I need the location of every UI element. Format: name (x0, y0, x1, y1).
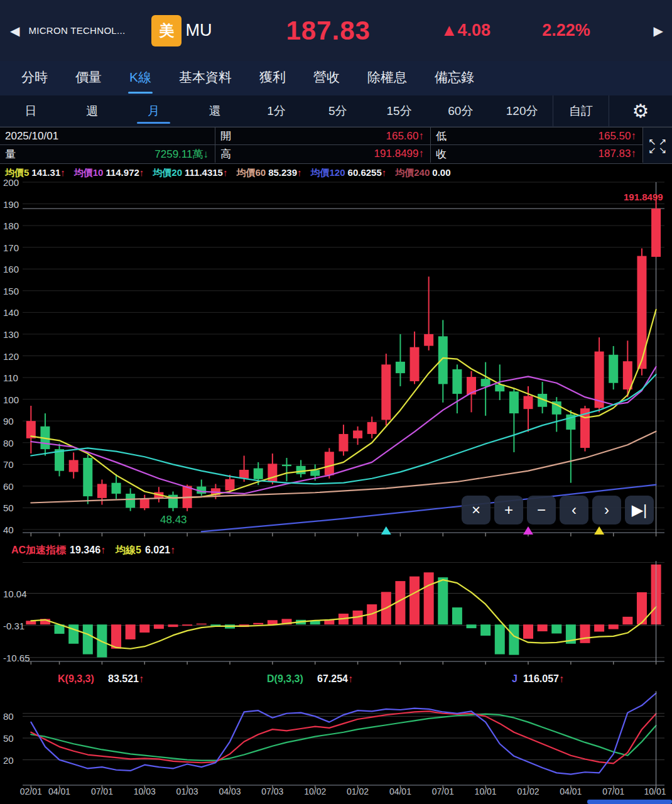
main-y-tick: 110 (3, 372, 18, 383)
close-button[interactable]: × (462, 496, 490, 524)
x-axis-label: 10/01 (644, 786, 666, 796)
ac-y-tick: -10.65 (3, 652, 30, 663)
main-y-tick: 180 (3, 220, 19, 231)
pan-right-button[interactable]: › (592, 496, 621, 524)
main-y-tick: 70 (3, 459, 14, 470)
ac-ma5-value: 6.021 (145, 545, 170, 556)
main-y-tick: 200 (3, 177, 19, 188)
x-axis-label: 10/03 (134, 786, 156, 796)
pan-left-button[interactable]: ‹ (560, 496, 588, 524)
yellow-triangle-marker (594, 526, 604, 535)
main-y-tick: 150 (3, 285, 19, 296)
x-axis-label: 07/01 (432, 786, 454, 796)
main-y-tick: 170 (3, 242, 19, 253)
cyan-triangle-marker (381, 526, 391, 535)
x-axis-label: 04/01 (389, 786, 411, 796)
ac-indicator-header[interactable]: AC加速指標 19.346↑ 均線5 6.021↑ (11, 544, 175, 557)
main-y-tick: 50 (3, 503, 14, 513)
high-price-annotation: 191.8499 (624, 192, 663, 202)
zoom-out-button[interactable]: − (527, 496, 556, 524)
x-axis-label: 04/03 (219, 786, 241, 796)
x-axis-label: 07/03 (261, 786, 283, 796)
ac-ma5-label: 均線5 (116, 544, 141, 557)
kdj-y-tick: 80 (3, 711, 14, 722)
x-axis-label: 04/01 (48, 786, 70, 796)
main-y-tick: 130 (3, 329, 19, 339)
kdj-j-label: J (512, 673, 518, 685)
kdj-k-value: 83.521↑ (108, 673, 144, 685)
main-y-tick: 190 (3, 198, 19, 209)
ac-indicator-label: AC加速指標 (11, 544, 66, 557)
chart-toolbar: ×+−‹›▶| (462, 496, 654, 524)
main-y-tick: 140 (3, 307, 19, 318)
x-axis-label: 01/03 (176, 786, 198, 796)
main-y-tick: 90 (3, 416, 14, 426)
main-y-tick: 80 (3, 437, 14, 448)
main-y-tick: 120 (3, 350, 19, 361)
x-axis-label: 02/01 (20, 786, 42, 796)
x-axis-label: 04/01 (560, 786, 582, 796)
x-axis-label: 07/01 (602, 786, 624, 796)
kdj-d-value: 67.254↑ (317, 673, 353, 685)
kdj-j-value: 116.057↑ (523, 673, 564, 685)
main-y-tick: 40 (3, 524, 14, 535)
bottom-scroll-indicator[interactable] (587, 800, 672, 804)
ac-y-tick: 10.04 (3, 588, 27, 599)
magenta-triangle-marker (523, 526, 533, 535)
zoom-in-button[interactable]: + (494, 496, 523, 524)
main-y-tick: 60 (3, 481, 14, 491)
kdj-y-tick: 20 (3, 754, 14, 765)
low-price-annotation: 48.43 (160, 514, 187, 526)
kdj-k-label: K(9,3,3) (58, 673, 94, 685)
x-axis-label: 10/01 (475, 786, 497, 796)
ac-indicator-value: 19.346 (70, 545, 100, 556)
kdj-y-tick: 50 (3, 733, 14, 744)
x-axis-label: 01/02 (517, 786, 539, 796)
jump-to-latest-button[interactable]: ▶| (625, 496, 654, 524)
main-y-tick: 100 (3, 394, 19, 405)
kdj-d-label: D(9,3,3) (267, 673, 303, 685)
ac-y-tick: -0.31 (3, 620, 24, 631)
x-axis-label: 01/02 (347, 786, 369, 796)
x-axis-label: 07/01 (91, 786, 113, 796)
main-y-tick: 160 (3, 264, 19, 274)
x-axis-label: 10/02 (304, 786, 326, 796)
